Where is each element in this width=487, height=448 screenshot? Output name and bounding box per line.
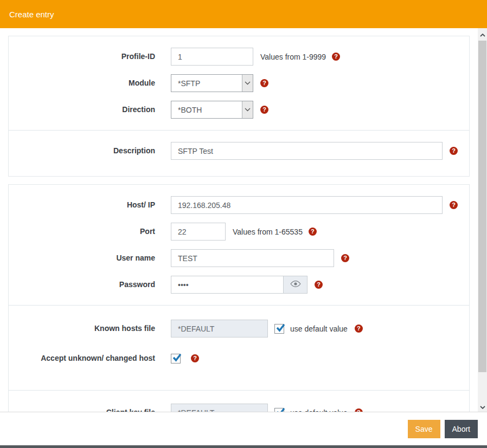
profile-id-label: Profile-ID xyxy=(9,52,155,61)
row-client-key: Client key file use default value ? xyxy=(9,404,469,412)
password-group xyxy=(171,276,307,294)
host-label: Host/ IP xyxy=(9,200,155,210)
row-port: Port Values from 1-65535 ? xyxy=(9,223,469,241)
profile-id-hint: Values from 1-9999 xyxy=(260,53,326,61)
port-label: Port xyxy=(9,227,155,236)
description-input[interactable] xyxy=(171,142,443,160)
panel-connection: Host/ IP ? Port Values from 1-65535 ? Us… xyxy=(8,184,470,412)
direction-label: Direction xyxy=(9,105,155,114)
module-selected-value: *SFTP xyxy=(171,75,242,92)
panel-general: Profile-ID Values from 1-9999 ? Module *… xyxy=(8,36,470,177)
row-direction: Direction *BOTH ? xyxy=(9,101,469,119)
row-accept-unknown: Accept unknown/ changed host ? xyxy=(9,349,469,367)
chevron-up-icon xyxy=(480,29,485,39)
bottom-border-bar xyxy=(0,445,487,448)
dialog-title: Create entry xyxy=(9,10,54,19)
client-key-default-checkbox[interactable] xyxy=(274,408,284,412)
create-entry-dialog: Create entry Profile-ID Values from 1-99… xyxy=(0,0,487,448)
row-known-hosts: Known hosts file use default value ? xyxy=(9,320,469,337)
dialog-footer: Save Abort xyxy=(0,412,487,445)
chevron-down-icon xyxy=(242,101,253,118)
known-hosts-input xyxy=(171,320,268,337)
accept-unknown-checkbox[interactable] xyxy=(171,354,181,363)
help-icon[interactable]: ? xyxy=(191,354,199,362)
scrollbar-thumb[interactable] xyxy=(478,41,486,372)
help-icon[interactable]: ? xyxy=(341,254,349,262)
section-known-hosts: Known hosts file use default value ? Acc… xyxy=(9,305,469,390)
help-icon[interactable]: ? xyxy=(450,147,458,155)
password-input[interactable] xyxy=(171,276,284,294)
row-host: Host/ IP ? xyxy=(9,196,469,214)
host-input[interactable] xyxy=(171,196,443,214)
port-hint: Values from 1-65535 xyxy=(233,228,303,236)
help-icon[interactable]: ? xyxy=(315,281,323,289)
user-name-label: User name xyxy=(9,254,155,263)
vertical-scrollbar xyxy=(478,28,487,412)
help-icon[interactable]: ? xyxy=(260,79,268,87)
chevron-down-icon xyxy=(242,75,253,92)
row-description: Description ? xyxy=(9,142,469,160)
show-password-button[interactable] xyxy=(284,276,307,294)
module-label: Module xyxy=(9,79,155,88)
section-client-key: Client key file use default value ? Clie… xyxy=(9,390,469,412)
client-key-input xyxy=(171,404,268,412)
help-icon[interactable]: ? xyxy=(355,324,363,333)
known-hosts-default-label: use default value xyxy=(290,324,348,333)
direction-selected-value: *BOTH xyxy=(171,101,242,118)
port-input[interactable] xyxy=(171,223,226,241)
row-user-name: User name ? xyxy=(9,249,469,267)
form-scroll-area: Profile-ID Values from 1-9999 ? Module *… xyxy=(0,28,478,412)
scroll-up-button[interactable] xyxy=(478,29,487,38)
dialog-header: Create entry xyxy=(0,0,487,28)
help-icon[interactable]: ? xyxy=(309,228,317,236)
section-profile: Profile-ID Values from 1-9999 ? Module *… xyxy=(9,36,469,130)
profile-id-input[interactable] xyxy=(171,48,253,66)
known-hosts-label: Known hosts file xyxy=(9,324,155,333)
description-label: Description xyxy=(9,146,155,155)
help-icon[interactable]: ? xyxy=(332,53,340,61)
help-icon[interactable]: ? xyxy=(260,106,268,114)
password-label: Password xyxy=(9,280,155,289)
known-hosts-default-checkbox[interactable] xyxy=(274,324,284,334)
eye-icon xyxy=(290,280,301,290)
user-name-input[interactable] xyxy=(171,249,334,267)
help-icon[interactable]: ? xyxy=(450,201,458,209)
module-select[interactable]: *SFTP xyxy=(171,74,253,92)
chevron-down-icon xyxy=(480,401,485,411)
accept-unknown-label: Accept unknown/ changed host xyxy=(9,354,155,363)
save-button[interactable]: Save xyxy=(408,420,440,438)
scroll-down-button[interactable] xyxy=(478,401,487,411)
section-description: Description ? xyxy=(9,130,469,176)
client-key-label: Client key file xyxy=(9,408,155,412)
direction-select[interactable]: *BOTH xyxy=(171,101,253,119)
row-profile-id: Profile-ID Values from 1-9999 ? xyxy=(9,48,469,66)
section-host: Host/ IP ? Port Values from 1-65535 ? Us… xyxy=(9,185,469,305)
row-module: Module *SFTP ? xyxy=(9,74,469,92)
abort-button[interactable]: Abort xyxy=(445,420,478,438)
row-password: Password ? xyxy=(9,276,469,294)
